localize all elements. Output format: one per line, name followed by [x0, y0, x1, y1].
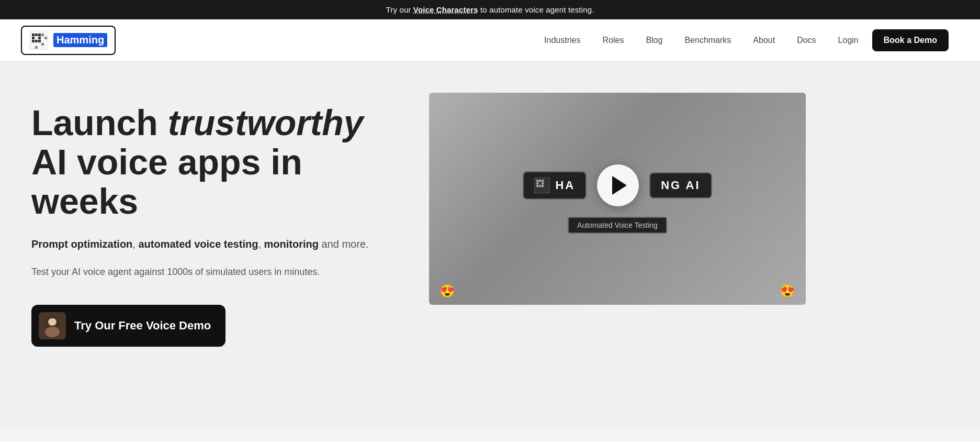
svg-rect-2	[35, 34, 38, 36]
logo-icon	[29, 31, 48, 50]
video-brand-subtitle: Automated Voice Testing	[568, 217, 667, 234]
hero-title: Launch trustworthy AI voice apps in week…	[31, 103, 398, 220]
nav-link-docs[interactable]: Docs	[788, 31, 824, 49]
announcement-suffix: to automate voice agent testing.	[478, 5, 594, 14]
play-icon	[612, 176, 627, 195]
reaction-emoji-right: 😍	[780, 284, 795, 299]
logo-text: Hamming	[53, 33, 107, 47]
hero-title-italic: trustworthy	[168, 103, 364, 142]
svg-rect-5	[38, 37, 41, 39]
svg-rect-3	[38, 34, 41, 36]
svg-rect-6	[32, 40, 35, 42]
main-content: Launch trustworthy AI voice apps in week…	[0, 61, 980, 428]
hero-title-suffix: AI voice apps in weeks	[31, 142, 302, 221]
video-logo-icon	[534, 178, 550, 193]
book-demo-button[interactable]: Book a Demo	[872, 29, 949, 51]
svg-point-15	[45, 327, 60, 337]
hero-right: HA NG AI Automated Voice Testing 😍 😍	[429, 93, 806, 305]
nav-link-industries[interactable]: Industries	[536, 31, 589, 49]
svg-rect-12	[35, 46, 38, 49]
subtitle-part-2: automated voice testing	[138, 238, 258, 250]
video-subtitle-text: Automated Voice Testing	[577, 221, 658, 229]
svg-rect-17	[57, 323, 60, 327]
hero-description: Test your AI voice agent against 1000s o…	[31, 264, 398, 280]
nav-link-login[interactable]: Login	[830, 31, 867, 49]
video-logo-box-2: NG AI	[649, 172, 712, 198]
svg-rect-11	[41, 43, 44, 46]
svg-rect-23	[542, 182, 544, 184]
avatar-icon	[39, 312, 66, 339]
nav-link-benchmarks[interactable]: Benchmarks	[676, 31, 739, 49]
announcement-bar: Try our Voice Characters to automate voi…	[0, 0, 980, 19]
subtitle-part-3: monitoring	[264, 238, 319, 250]
announcement-brand-link[interactable]: Voice Characters	[413, 5, 478, 14]
video-brand-row: HA NG AI	[523, 164, 712, 206]
hero-title-prefix: Launch	[31, 103, 168, 142]
subtitle-part-1: Prompt optimization	[31, 238, 132, 250]
svg-rect-1	[32, 34, 35, 36]
svg-rect-10	[44, 37, 47, 39]
svg-rect-22	[537, 182, 539, 184]
svg-rect-26	[542, 185, 544, 187]
video-brand-ng-ai: NG AI	[661, 179, 700, 192]
hero-left: Launch trustworthy AI voice apps in week…	[31, 93, 398, 347]
video-center: HA NG AI Automated Voice Testing	[523, 164, 712, 234]
hero-subtitle: Prompt optimization, automated voice tes…	[31, 236, 398, 252]
video-reactions: 😍 😍	[429, 284, 806, 299]
svg-rect-21	[542, 180, 544, 182]
subtitle-part-4: and more.	[319, 238, 369, 250]
svg-rect-16	[45, 323, 48, 327]
svg-rect-20	[539, 180, 542, 182]
svg-rect-25	[539, 185, 542, 187]
reaction-emoji-left: 😍	[440, 284, 455, 299]
nav-link-blog[interactable]: Blog	[637, 31, 671, 49]
announcement-prefix: Try our	[386, 5, 413, 14]
navbar: Hamming Industries Roles Blog Benchmarks…	[0, 19, 980, 61]
logo[interactable]: Hamming	[21, 26, 116, 55]
nav-link-roles[interactable]: Roles	[594, 31, 632, 49]
nav-links: Industries Roles Blog Benchmarks About D…	[536, 29, 949, 51]
svg-rect-24	[537, 185, 539, 187]
free-voice-demo-button[interactable]: Try Our Free Voice Demo	[31, 305, 226, 347]
svg-rect-4	[32, 37, 35, 39]
video-logo-box: HA	[523, 171, 587, 200]
video-brand-ha: HA	[555, 179, 575, 192]
cta-avatar	[39, 312, 66, 339]
svg-rect-8	[38, 40, 41, 42]
svg-rect-9	[41, 34, 44, 36]
video-player[interactable]: HA NG AI Automated Voice Testing 😍 😍	[429, 93, 806, 305]
svg-rect-19	[537, 180, 539, 182]
svg-rect-7	[35, 40, 38, 42]
play-button[interactable]	[597, 164, 639, 206]
subtitle-sep-2: ,	[258, 238, 264, 250]
cta-label: Try Our Free Voice Demo	[74, 319, 211, 333]
nav-link-about[interactable]: About	[745, 31, 783, 49]
subtitle-sep-1: ,	[132, 238, 138, 250]
